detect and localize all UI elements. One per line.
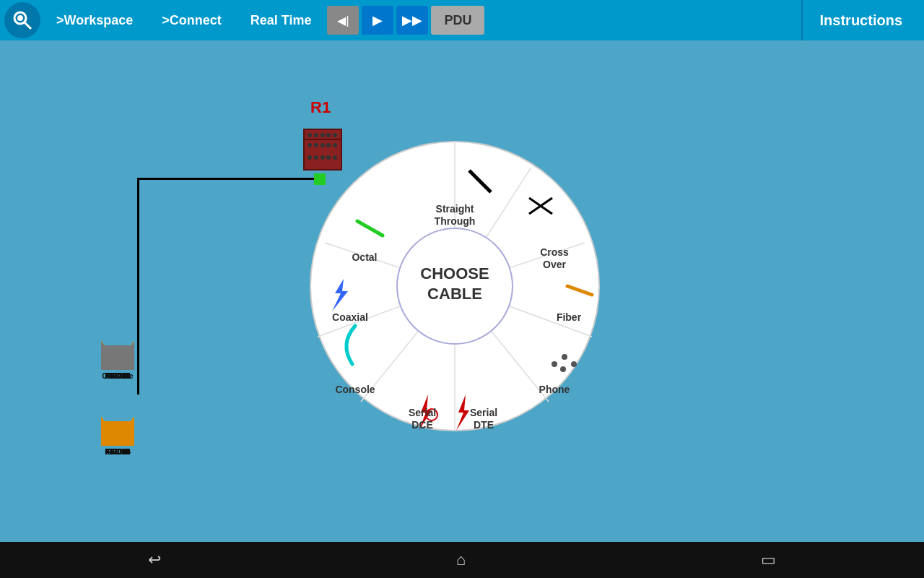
connection-line-horiz (137, 178, 318, 180)
back-step-button[interactable]: ◀| (327, 6, 359, 35)
android-bottom-bar: ↩ ⌂ ▭ (0, 542, 924, 578)
back-android-button[interactable]: ↩ (148, 551, 161, 569)
svg-text:Console: Console (335, 384, 375, 395)
svg-point-26 (562, 354, 567, 360)
top-navigation: >Workspace >Connect Real Time ◀| ▶ ▶▶ PD… (0, 0, 924, 40)
svg-text:CABLE: CABLE (427, 285, 482, 303)
svg-text:Serial: Serial (470, 407, 497, 418)
connection-line-vert (137, 178, 139, 394)
svg-point-25 (552, 361, 557, 367)
svg-text:Serial: Serial (409, 407, 436, 418)
realtime-button[interactable]: Real Time (237, 6, 325, 35)
main-canvas: R1 Console (0, 40, 924, 542)
port-console-s1[interactable]: Console (101, 341, 134, 380)
svg-point-28 (571, 361, 577, 367)
workspace-button[interactable]: >Workspace (43, 6, 146, 35)
svg-text:Cross: Cross (540, 246, 569, 258)
home-android-button[interactable]: ⌂ (456, 551, 466, 569)
port-ge02[interactable]: GE0/2 (101, 417, 134, 456)
cable-wheel[interactable]: CHOOSE CABLE Straight Through Cross Over… (303, 134, 606, 438)
svg-text:Straight: Straight (436, 203, 474, 215)
pdu-button[interactable]: PDU (431, 6, 484, 35)
svg-point-1 (17, 15, 23, 21)
recent-apps-button[interactable]: ▭ (761, 551, 776, 569)
svg-text:Through: Through (435, 215, 476, 227)
connect-button[interactable]: >Connect (149, 6, 235, 35)
svg-text:Over: Over (543, 259, 566, 270)
app-logo[interactable] (4, 2, 40, 38)
svg-text:Octal: Octal (352, 251, 377, 263)
fastforward-button[interactable]: ▶▶ (396, 6, 428, 35)
play-button[interactable]: ▶ (362, 6, 393, 35)
svg-text:Fiber: Fiber (557, 311, 582, 323)
svg-text:Phone: Phone (539, 384, 570, 395)
r1-label: R1 (310, 98, 331, 117)
svg-text:Coaxial: Coaxial (332, 311, 368, 323)
svg-text:CHOOSE: CHOOSE (420, 264, 489, 282)
instructions-button[interactable]: Instructions (801, 0, 920, 40)
svg-line-2 (25, 22, 31, 29)
svg-text:DCE: DCE (411, 419, 433, 431)
svg-text:DTE: DTE (474, 419, 494, 431)
svg-point-27 (560, 366, 566, 372)
